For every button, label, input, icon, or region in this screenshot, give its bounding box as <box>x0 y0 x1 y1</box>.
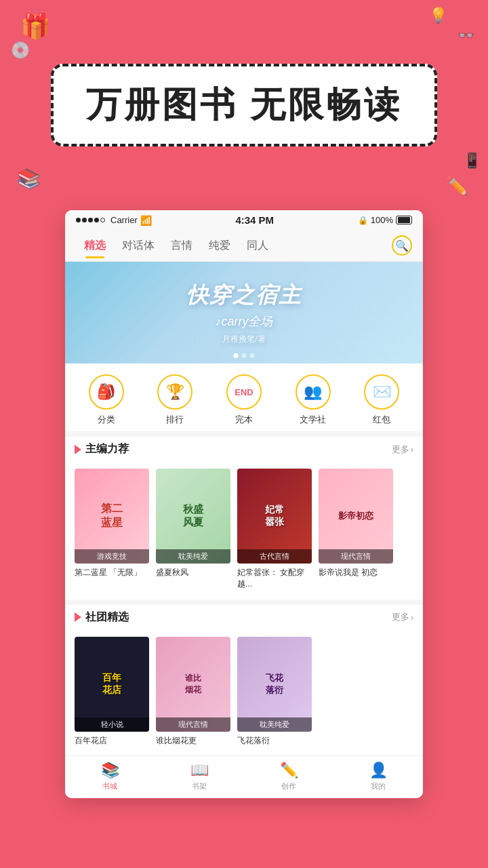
search-button[interactable]: 🔍 <box>392 235 412 256</box>
icon-fenlei-circle: 🎒 <box>89 374 124 410</box>
divider-2 <box>65 599 423 605</box>
banner-content: 快穿之宿主 ♪carry全场 月稚挽笔/著 <box>186 281 302 345</box>
book-title-6: 谁比烟花更 <box>156 735 230 747</box>
cover-text-4: 影帝初恋 <box>319 507 393 525</box>
icon-wanben-label: 完本 <box>235 414 253 426</box>
editor-picks-title: 主编力荐 <box>75 442 129 456</box>
headline-box: 万册图书 无限畅读 <box>51 64 437 146</box>
book-shengxiaqiufeng[interactable]: 秋盛风夏 耽美纯爱 盛夏秋风 <box>156 469 230 590</box>
tab-jingxuan[interactable]: 精选 <box>76 239 114 258</box>
dot5 <box>100 218 105 222</box>
icon-hongbao-label: 红包 <box>373 414 390 426</box>
nav-shujia-icon: 📖 <box>190 762 209 779</box>
book-shuibiyanhaua[interactable]: 谁比烟花 现代言情 谁比烟花更 <box>156 637 230 747</box>
book-cover-2: 秋盛风夏 耽美纯爱 <box>156 469 230 564</box>
nav-shucheng-icon: 📚 <box>101 762 119 779</box>
club-picks-more[interactable]: 更多 › <box>392 611 413 623</box>
bottom-nav: 📚 书城 📖 书架 ✏️ 创作 👤 我的 <box>65 755 423 798</box>
nav-wode[interactable]: 👤 我的 <box>333 762 423 791</box>
book-yingdi[interactable]: 影帝初恋 现代言情 影帝说我是 初恋 <box>319 469 393 590</box>
carousel-banner[interactable]: 快穿之宿主 ♪carry全场 月稚挽笔/著 <box>65 262 423 363</box>
cover-text-3: 妃常嚣张 <box>237 501 312 531</box>
cover-text-2: 秋盛风夏 <box>156 500 230 532</box>
nav-chuangzuo[interactable]: ✏️ 创作 <box>244 762 333 791</box>
book-dierlianxing[interactable]: 第二蓝星 游戏竞技 第二蓝星 「无限」 <box>75 469 149 590</box>
book-cover-3: 妃常嚣张 古代言情 <box>237 469 312 564</box>
book-cover-7: 飞花落衍 耽美纯爱 <box>237 637 312 732</box>
cover-text-1: 第二蓝星 <box>75 499 149 533</box>
deco-glasses: 👓 <box>458 27 474 43</box>
status-bar: Carrier 📶 4:34 PM 🔒 100% <box>65 210 423 230</box>
lock-icon: 🔒 <box>358 216 368 225</box>
nav-shujia[interactable]: 📖 书架 <box>155 762 244 791</box>
nav-chuangzuo-icon: ✏️ <box>280 762 298 779</box>
nav-shujia-label: 书架 <box>192 781 207 791</box>
icon-grid: 🎒 分类 🏆 排行 END 完本 👥 文学社 ✉️ 红包 <box>65 363 423 431</box>
banner-subtitle: ♪carry全场 <box>186 313 302 330</box>
book-title-2: 盛夏秋风 <box>156 567 230 578</box>
book-tag-7: 耽美纯爱 <box>237 717 312 732</box>
editor-picks-header: 主编力荐 更多 › <box>65 437 423 462</box>
editor-picks-more[interactable]: 更多 › <box>392 443 413 456</box>
deco-pencil: ✏️ <box>446 176 468 197</box>
book-title-7: 飞花落衍 <box>237 735 312 747</box>
carrier-label: Carrier <box>110 215 138 225</box>
phone-frame: Carrier 📶 4:34 PM 🔒 100% 精选 对话体 言情 纯爱 同人 <box>65 210 423 798</box>
cover-text-7: 飞花落衍 <box>237 669 312 699</box>
icon-wanben-circle: END <box>226 374 262 410</box>
icon-wanben[interactable]: END 完本 <box>226 374 262 426</box>
icon-hongbao-circle: ✉️ <box>364 374 399 410</box>
book-title-1: 第二蓝星 「无限」 <box>75 567 149 578</box>
nav-shucheng-label: 书城 <box>102 781 117 791</box>
book-tag-6: 现代言情 <box>156 717 230 732</box>
book-bainianhudian[interactable]: 百年花店 轻小说 百年花店 <box>75 637 149 747</box>
status-time: 4:34 PM <box>235 214 274 226</box>
battery-icon <box>396 216 412 224</box>
nav-tabs: 精选 对话体 言情 纯爱 同人 🔍 <box>65 230 423 262</box>
deco-lamp: 💡 <box>429 7 447 24</box>
book-cover-5: 百年花店 轻小说 <box>75 637 149 732</box>
book-title-4: 影帝说我是 初恋 <box>319 567 393 578</box>
chevron-right-icon-2: › <box>411 612 413 623</box>
book-tag-3: 古代言情 <box>237 549 312 564</box>
book-feihua[interactable]: 飞花落衍 耽美纯爱 飞花落衍 <box>237 637 312 747</box>
tab-tongren[interactable]: 同人 <box>239 239 277 258</box>
cover-text-5: 百年花店 <box>75 669 149 699</box>
nav-chuangzuo-label: 创作 <box>281 781 296 791</box>
deco-phone: 📱 <box>463 152 481 170</box>
dot2 <box>82 218 87 222</box>
nav-shucheng[interactable]: 📚 书城 <box>65 762 155 791</box>
top-banner: 🎁 💡 💿 📚 ✏️ 👓 📱 万册图书 无限畅读 <box>0 0 488 210</box>
book-feichang[interactable]: 妃常嚣张 古代言情 妃常嚣张： 女配穿越... <box>237 469 312 590</box>
wifi-icon: 📶 <box>140 215 152 226</box>
search-icon: 🔍 <box>395 239 409 252</box>
icon-paihang[interactable]: 🏆 排行 <box>157 374 192 426</box>
battery-fill <box>398 217 410 223</box>
dot3 <box>88 218 93 222</box>
dot4 <box>94 218 99 222</box>
banner-author: 月稚挽笔/著 <box>186 334 302 345</box>
battery-percent: 100% <box>371 215 393 225</box>
icon-fenlei-label: 分类 <box>98 414 115 426</box>
headline-text: 万册图书 无限畅读 <box>86 85 402 124</box>
tab-chun'ai[interactable]: 纯爱 <box>201 239 239 258</box>
icon-hongbao[interactable]: ✉️ 红包 <box>364 374 399 426</box>
book-tag-4: 现代言情 <box>319 549 393 564</box>
book-title-5: 百年花店 <box>75 735 149 747</box>
editor-picks-list: 第二蓝星 游戏竞技 第二蓝星 「无限」 秋盛风夏 耽美纯爱 盛夏秋风 妃常嚣张 … <box>65 462 423 599</box>
dot-3 <box>250 353 255 358</box>
icon-wenxueshe-circle: 👥 <box>296 374 331 410</box>
book-tag-1: 游戏竞技 <box>75 549 149 564</box>
signal-dots <box>76 218 105 222</box>
tab-yanqing[interactable]: 言情 <box>163 239 201 258</box>
dot-2 <box>242 353 247 358</box>
tab-duihuati[interactable]: 对话体 <box>114 239 163 258</box>
icon-wenxueshe[interactable]: 👥 文学社 <box>296 374 331 426</box>
dot1 <box>76 218 81 222</box>
nav-wode-label: 我的 <box>371 781 386 791</box>
icon-paihang-circle: 🏆 <box>157 374 192 410</box>
icon-paihang-label: 排行 <box>166 414 184 426</box>
club-picks-header: 社团精选 更多 › <box>65 605 423 630</box>
icon-fenlei[interactable]: 🎒 分类 <box>89 374 124 426</box>
book-cover-4: 影帝初恋 现代言情 <box>319 469 393 564</box>
